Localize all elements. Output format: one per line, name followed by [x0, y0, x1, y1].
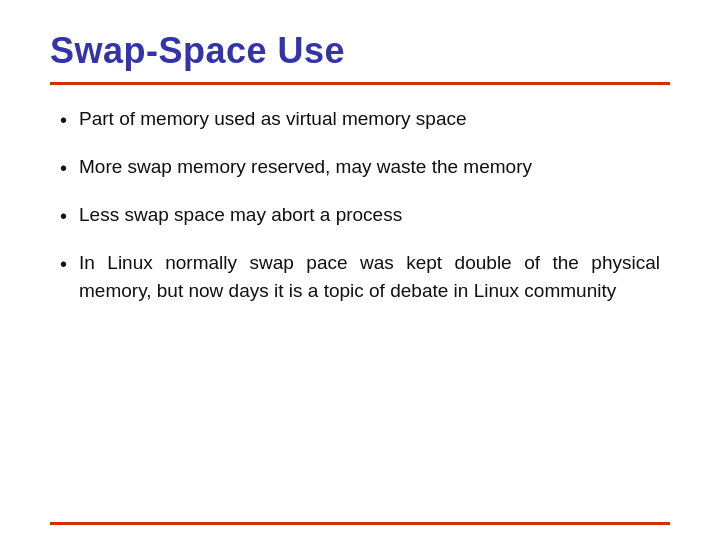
bullet-list: • Part of memory used as virtual memory … [60, 105, 660, 304]
top-divider [50, 82, 670, 85]
bullet-symbol: • [60, 154, 67, 183]
list-item: • In Linux normally swap pace was kept d… [60, 249, 660, 304]
bullet-symbol: • [60, 106, 67, 135]
slide-title: Swap-Space Use [50, 30, 670, 72]
bullet-symbol: • [60, 250, 67, 279]
title-area: Swap-Space Use [50, 0, 670, 82]
slide: Swap-Space Use • Part of memory used as … [0, 0, 720, 540]
bullet-text-4: In Linux normally swap pace was kept dou… [79, 249, 660, 304]
bullet-symbol: • [60, 202, 67, 231]
bullet-text-1: Part of memory used as virtual memory sp… [79, 105, 660, 133]
bullet-text-3: Less swap space may abort a process [79, 201, 660, 229]
list-item: • Part of memory used as virtual memory … [60, 105, 660, 135]
bullet-text-2: More swap memory reserved, may waste the… [79, 153, 660, 181]
list-item: • More swap memory reserved, may waste t… [60, 153, 660, 183]
content-area: • Part of memory used as virtual memory … [50, 105, 670, 522]
list-item: • Less swap space may abort a process [60, 201, 660, 231]
bottom-divider [50, 522, 670, 525]
